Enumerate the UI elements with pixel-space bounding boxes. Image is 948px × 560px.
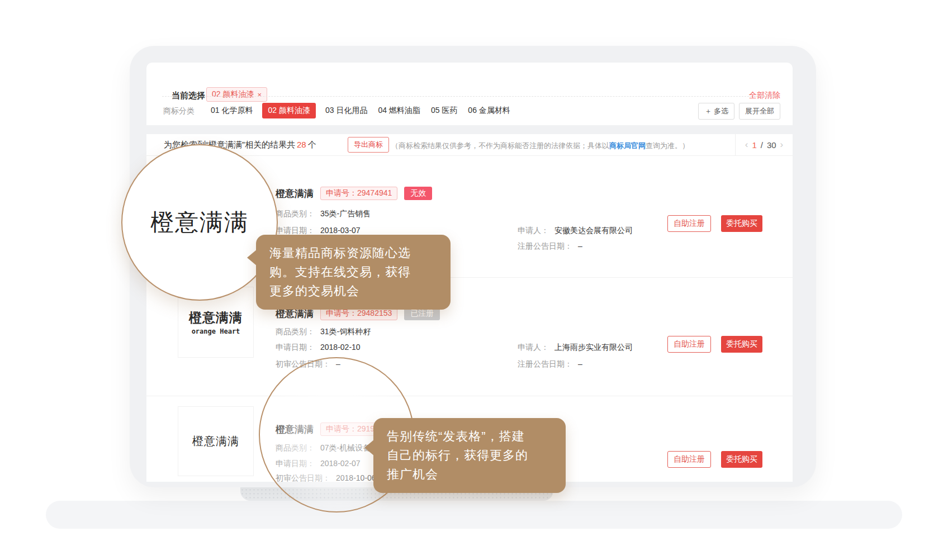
tooltip-line: 购。支持在线交易，获得 bbox=[269, 263, 437, 282]
trademark-title-row: 橙意满满 申请号：29474941 无效 bbox=[276, 187, 432, 200]
expand-all-button[interactable]: 展开全部 bbox=[739, 103, 780, 120]
trademark-image-text: 橙意满满 bbox=[189, 309, 243, 326]
field-label: 申请人： bbox=[518, 226, 549, 235]
page-separator: / bbox=[761, 140, 763, 150]
field-value: 上海雨步实业有限公司 bbox=[554, 343, 633, 352]
row-actions: 自助注册 委托购买 bbox=[667, 336, 762, 353]
prev-page-icon[interactable]: ‹ bbox=[745, 139, 748, 150]
status-badge: 无效 bbox=[404, 187, 432, 200]
pagination: ‹ 1 / 30 › bbox=[735, 134, 793, 155]
category-actions: ＋ 多选 展开全部 bbox=[698, 103, 780, 120]
disclaimer-prefix: （商标检索结果仅供参考，不作为商标能否注册的法律依据；具体以 bbox=[391, 141, 609, 150]
callout-tooltip-2: 告别传统“发表格”，搭建 自己的标行，获得更多的 推广机会 bbox=[373, 418, 566, 493]
tab-05-medicine[interactable]: 05 医药 bbox=[430, 103, 458, 118]
entrust-purchase-button[interactable]: 委托购买 bbox=[721, 451, 762, 468]
tooltip-arrow-icon bbox=[247, 249, 257, 266]
result-row-2: 橙意满满 orange Heart 橙意满满 申请号：29482153 已注册 … bbox=[146, 277, 793, 396]
row-actions: 自助注册 委托购买 bbox=[667, 451, 762, 468]
results-count: 28 bbox=[297, 140, 306, 149]
trademark-search-page: 当前选择 02 颜料油漆 × 全部清除 商标分类 01 化学原料 02 颜料油漆… bbox=[0, 0, 948, 560]
next-page-icon[interactable]: › bbox=[780, 139, 784, 150]
field-label: 注册公告日期： bbox=[518, 359, 572, 368]
tab-03-daily[interactable]: 03 日化用品 bbox=[324, 103, 368, 118]
field-value: 31类-饲料种籽 bbox=[320, 327, 371, 336]
trademark-image-subtext: orange Heart bbox=[192, 328, 240, 335]
multi-select-button[interactable]: ＋ 多选 bbox=[698, 103, 734, 120]
selected-filter-tag[interactable]: 02 颜料油漆 × bbox=[206, 87, 267, 102]
field-label: 申请日期： bbox=[276, 226, 315, 235]
field-label: 商品类别： bbox=[276, 327, 315, 336]
tooltip-line: 海量精品商标资源随心选 bbox=[269, 244, 437, 263]
total-pages: 30 bbox=[767, 140, 776, 150]
field-value: 2018-03-07 bbox=[320, 226, 361, 235]
tab-02-paint-active[interactable]: 02 颜料油漆 bbox=[262, 103, 315, 118]
magnified-trademark-text: 橙意满满 bbox=[150, 207, 249, 238]
disclaimer-suffix: 查询为准。） bbox=[646, 141, 689, 150]
dashed-divider bbox=[162, 96, 777, 97]
filter-header-panel: 当前选择 02 颜料油漆 × 全部清除 商标分类 01 化学原料 02 颜料油漆… bbox=[146, 63, 793, 125]
results-header: 为您检索到“橙意满满”相关的结果共28个 导出商标 （商标检索结果仅供参考，不作… bbox=[146, 134, 793, 156]
trademark-image: 橙意满满 bbox=[178, 406, 254, 476]
tooltip-line: 自己的标行，获得更多的 bbox=[387, 446, 552, 465]
field-value: – bbox=[578, 359, 582, 368]
field-line: 商品类别：31类-饲料种籽 bbox=[276, 327, 371, 337]
close-icon[interactable]: × bbox=[257, 91, 262, 99]
field-value: – bbox=[578, 241, 582, 250]
category-label: 商标分类 bbox=[163, 106, 195, 116]
trademark-image-text: 橙意满满 bbox=[192, 434, 239, 449]
tooltip-arrow-icon bbox=[364, 439, 375, 456]
self-register-button[interactable]: 自助注册 bbox=[667, 336, 711, 353]
trademark-office-link[interactable]: 商标局官网 bbox=[609, 141, 646, 150]
field-line: 申请日期：2018-02-10 申请人：上海雨步实业有限公司 bbox=[276, 343, 361, 353]
magnifier-circle: 橙意满满 bbox=[121, 144, 278, 301]
self-register-button[interactable]: 自助注册 bbox=[667, 451, 711, 468]
callout-tooltip-1: 海量精品商标资源随心选 购。支持在线交易，获得 更多的交易机会 bbox=[256, 235, 451, 310]
category-tabs: 01 化学原料 02 颜料油漆 03 日化用品 04 燃料油脂 05 医药 06… bbox=[210, 103, 511, 118]
field-label: 申请日期： bbox=[276, 343, 315, 352]
field-label: 申请人： bbox=[518, 343, 549, 352]
entrust-purchase-button[interactable]: 委托购买 bbox=[721, 336, 762, 353]
tooltip-line: 告别传统“发表格”，搭建 bbox=[387, 427, 552, 446]
field-label: 注册公告日期： bbox=[518, 241, 572, 250]
application-number-tag: 申请号：29474941 bbox=[320, 187, 397, 200]
field-line: 商品类别：35类-广告销售 bbox=[276, 209, 371, 219]
trademark-name[interactable]: 橙意满满 bbox=[276, 187, 314, 200]
self-register-button[interactable]: 自助注册 bbox=[667, 215, 711, 232]
field-value: 2018-02-10 bbox=[320, 343, 361, 352]
field-value: 35类-广告销售 bbox=[320, 209, 371, 218]
clear-all-link[interactable]: 全部清除 bbox=[749, 91, 780, 101]
row-actions: 自助注册 委托购买 bbox=[667, 215, 762, 232]
tab-06-metal[interactable]: 06 金属材料 bbox=[467, 103, 511, 118]
tab-01-chemical[interactable]: 01 化学原料 bbox=[210, 103, 254, 118]
laptop-base-bar bbox=[46, 501, 902, 529]
disclaimer-text: （商标检索结果仅供参考，不作为商标能否注册的法律依据；具体以商标局官网查询为准。… bbox=[391, 141, 689, 151]
current-page: 1 bbox=[752, 140, 756, 150]
tab-04-fuel[interactable]: 04 燃料油脂 bbox=[377, 103, 421, 118]
filter-tag-label: 02 颜料油漆 bbox=[212, 89, 254, 99]
export-trademark-button[interactable]: 导出商标 bbox=[348, 137, 389, 153]
entrust-purchase-button[interactable]: 委托购买 bbox=[721, 215, 762, 232]
tooltip-line: 更多的交易机会 bbox=[269, 282, 437, 301]
summary-unit: 个 bbox=[308, 140, 316, 149]
field-value: 安徽美达会展有限公司 bbox=[554, 226, 633, 235]
tooltip-line: 推广机会 bbox=[387, 465, 552, 484]
field-label: 商品类别： bbox=[276, 209, 315, 218]
